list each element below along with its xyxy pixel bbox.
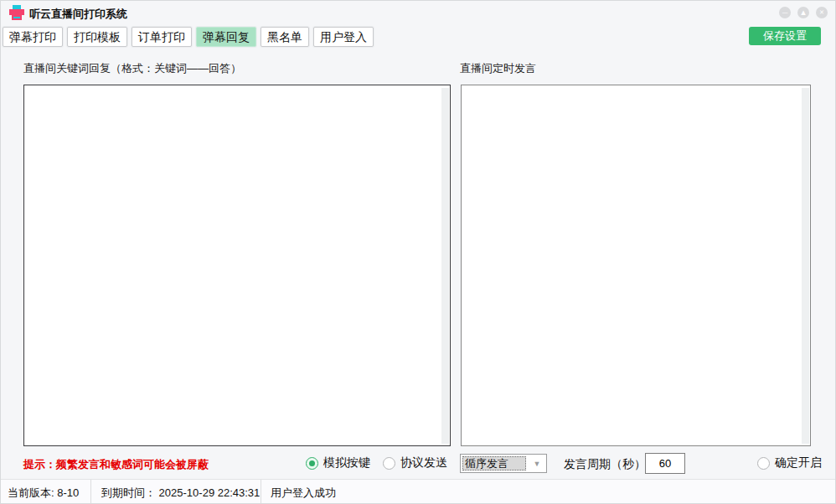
tab-order-print[interactable]: 订单打印 xyxy=(132,27,192,47)
radio-circle-icon xyxy=(306,457,318,470)
minimize-icon[interactable]: — xyxy=(779,7,791,18)
status-version: 当前版本: 8-10 xyxy=(8,486,79,501)
radio-confirm-start[interactable]: 确定开启 xyxy=(757,455,822,471)
app-window: 听云直播间打印系统 — ▲ ✕ 弹幕打印 打印模板 订单打印 弹幕回复 黑名单 … xyxy=(0,0,836,504)
status-separator xyxy=(90,480,91,503)
window-controls: — ▲ ✕ xyxy=(779,7,828,18)
radio-protocol-send[interactable]: 协议发送 xyxy=(383,455,447,471)
timed-message-panel xyxy=(461,85,811,446)
tab-danmu-reply[interactable]: 弹幕回复 xyxy=(196,27,256,47)
timed-message-textarea[interactable] xyxy=(462,85,810,445)
tab-blacklist[interactable]: 黑名单 xyxy=(261,27,309,47)
close-icon[interactable]: ✕ xyxy=(816,7,828,18)
status-separator xyxy=(261,480,261,503)
tab-bar: 弹幕打印 打印模板 订单打印 弹幕回复 黑名单 用户登入 xyxy=(3,27,374,47)
period-label: 发言周期（秒） xyxy=(564,457,646,472)
status-expire-time: 到期时间： 2025-10-29 22:43:31 xyxy=(101,486,260,501)
period-input[interactable] xyxy=(645,453,685,474)
radio-circle-icon xyxy=(383,457,395,470)
keyword-reply-panel xyxy=(23,85,451,446)
maximize-icon[interactable]: ▲ xyxy=(797,7,809,18)
timed-message-header: 直播间定时发言 xyxy=(460,61,536,76)
status-login: 用户登入成功 xyxy=(271,486,336,501)
title-bar: 听云直播间打印系统 — ▲ ✕ xyxy=(1,1,835,26)
bottom-controls: 提示：频繁发言和敏感词可能会被屏蔽 模拟按键 协议发送 循序发言 ▼ 发言周期（… xyxy=(1,447,835,480)
tab-print-template[interactable]: 打印模板 xyxy=(67,27,127,47)
warning-hint: 提示：频繁发言和敏感词可能会被屏蔽 xyxy=(23,457,209,472)
send-order-dropdown[interactable]: 循序发言 ▼ xyxy=(460,454,547,473)
chevron-down-icon: ▼ xyxy=(528,460,546,468)
printer-icon xyxy=(9,5,24,20)
tab-user-login[interactable]: 用户登入 xyxy=(313,27,374,47)
tab-danmu-print[interactable]: 弹幕打印 xyxy=(3,27,63,47)
keyword-reply-textarea[interactable] xyxy=(24,85,450,445)
radio-circle-icon xyxy=(757,457,770,470)
radio-simulate-keys[interactable]: 模拟按键 xyxy=(306,455,370,471)
dropdown-selected-value: 循序发言 xyxy=(462,456,526,471)
save-settings-button[interactable]: 保存设置 xyxy=(749,27,821,45)
keyword-reply-header: 直播间关键词回复（格式：关键词——回答） xyxy=(23,61,241,76)
status-bar: 当前版本: 8-10 到期时间： 2025-10-29 22:43:31 用户登… xyxy=(1,479,835,503)
window-title: 听云直播间打印系统 xyxy=(29,7,127,22)
